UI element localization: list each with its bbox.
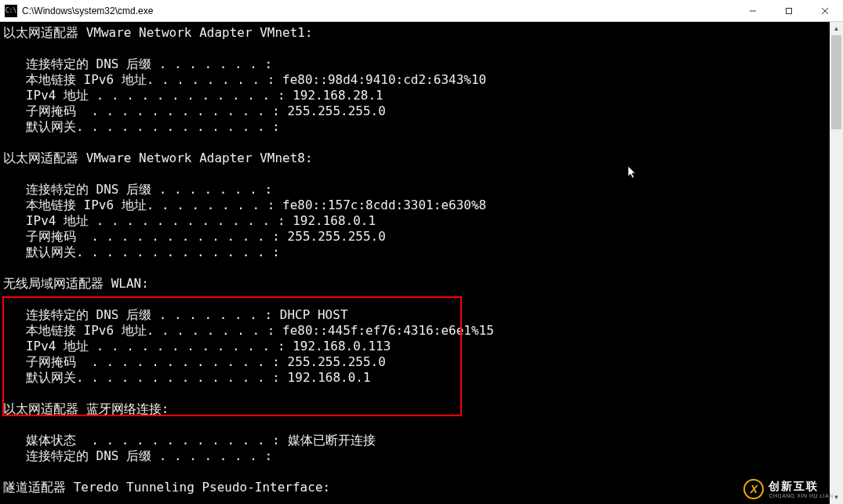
window-title: C:\Windows\system32\cmd.exe [22,5,153,16]
maximize-button[interactable] [771,0,807,21]
scroll-track[interactable] [830,35,843,491]
terminal-output: 以太网适配器 VMware Network Adapter VMnet1: 连接… [0,22,830,504]
scroll-down-button[interactable]: ▼ [830,491,843,504]
cmd-icon: C:\ [5,5,17,17]
svg-rect-1 [787,8,792,13]
minimize-button[interactable] [735,0,771,21]
close-button[interactable] [807,0,843,21]
cmd-window: C:\ C:\Windows\system32\cmd.exe 以太网适配器 V… [0,0,843,504]
scrollbar[interactable]: ▲ ▼ [830,22,843,504]
titlebar[interactable]: C:\ C:\Windows\system32\cmd.exe [0,0,843,22]
scroll-thumb[interactable] [831,35,841,129]
scroll-up-button[interactable]: ▲ [830,22,843,35]
terminal-area[interactable]: 以太网适配器 VMware Network Adapter VMnet1: 连接… [0,22,843,504]
